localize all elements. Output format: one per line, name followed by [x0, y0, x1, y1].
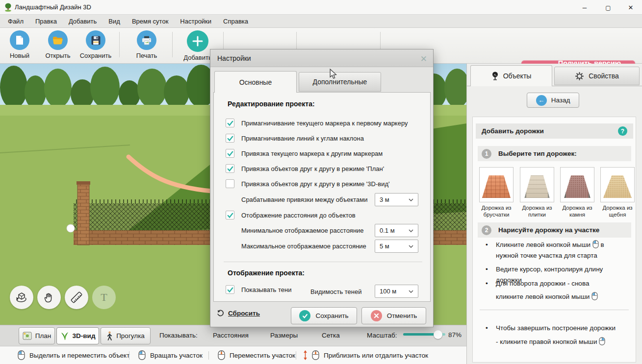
checkbox-unchecked	[226, 179, 234, 188]
menu-view[interactable]: Вид	[103, 15, 126, 28]
mouse-right-icon	[599, 337, 605, 345]
check-row-3[interactable]: Привязка текущего маркера к другим марке…	[226, 149, 383, 158]
back-button[interactable]: ← Назад	[527, 93, 579, 108]
dialog-title-bar[interactable]: Настройки	[210, 49, 433, 67]
close-window-button[interactable]	[619, 0, 642, 15]
title-bar: Ландшафтный Дизайн 3D	[0, 0, 642, 15]
open-button[interactable]: Открыть	[39, 30, 77, 59]
hand-icon	[44, 291, 54, 303]
back-arrow-icon: ←	[536, 95, 547, 106]
plus-icon	[187, 30, 208, 52]
gear-icon	[575, 72, 584, 81]
cancel-settings-button[interactable]: Отменить	[361, 307, 426, 324]
tab-properties[interactable]: Свойства	[554, 67, 640, 85]
open-folder-icon	[48, 30, 68, 50]
chevron-down-icon	[409, 198, 413, 201]
path-start-marker	[67, 224, 75, 232]
pavers-texture	[482, 175, 511, 198]
max-distance-select[interactable]: 5 м	[375, 240, 418, 253]
shadow-visibility-select[interactable]: 100 м	[375, 285, 418, 298]
dialog-tab-main[interactable]: Основные	[214, 71, 297, 93]
print-button[interactable]: Печать	[128, 30, 165, 59]
save-button[interactable]: Сохранить	[77, 30, 114, 59]
dialog-close-icon[interactable]	[420, 54, 427, 64]
mouse-left-icon	[18, 350, 25, 360]
show-grid-label: Сетка	[322, 332, 340, 339]
mouse-wheel-icon	[312, 350, 319, 360]
window-title: Ландшафтный Дизайн 3D	[15, 3, 91, 11]
toolbar-separator	[172, 32, 173, 57]
checkbox-checked	[226, 149, 234, 158]
tiles-texture	[523, 175, 551, 198]
reset-button[interactable]: Сбросить	[217, 310, 260, 317]
menu-settings[interactable]: Настройки	[174, 15, 217, 28]
ruler-icon	[70, 291, 83, 304]
step2-bar: 2 Нарисуйте дорожку на участке	[478, 222, 631, 238]
new-button[interactable]: Новый	[1, 30, 38, 59]
settings-dialog: Настройки Основные Дополнительные Редакт…	[210, 49, 434, 327]
check-row-1[interactable]: Примагничивание текущего маркера к перво…	[226, 119, 408, 127]
check-row-4[interactable]: Привязка объектов друг к другу в режиме …	[226, 164, 384, 173]
menu-daytime[interactable]: Время суток	[126, 15, 174, 28]
dialog-tab-extra[interactable]: Дополнительные	[299, 72, 381, 92]
min-distance-select[interactable]: 0.1 м	[375, 224, 418, 237]
minimize-button[interactable]	[573, 0, 596, 15]
hint-select-move: Выделить и переместить объект	[18, 350, 129, 360]
show-shadows-row[interactable]: Показывать тени	[226, 285, 291, 294]
cancel-icon	[371, 310, 382, 321]
check-row-5[interactable]: Привязка объектов друг к другу в режиме …	[226, 179, 389, 188]
checkbox-checked	[226, 164, 234, 173]
chevron-down-icon	[409, 245, 413, 248]
maximize-button[interactable]	[597, 0, 619, 15]
mouse-left-icon	[591, 292, 598, 300]
show-label: Показывать:	[159, 332, 198, 339]
menu-add[interactable]: Добавить	[63, 15, 103, 28]
text-tool-icon: T	[101, 291, 107, 304]
checkbox-checked	[226, 119, 234, 127]
toolbar-separator	[119, 32, 120, 57]
menu-edit[interactable]: Правка	[29, 15, 63, 28]
check-row-2[interactable]: Примагничивание линий к углам наклона	[226, 134, 364, 143]
path-type-stone[interactable]	[560, 167, 594, 202]
distance-display-row[interactable]: Отображение расстояния до объектов	[226, 211, 356, 219]
show-distances-label: Расстояния	[213, 332, 249, 339]
path-label-gravel: Дорожка изщебня	[597, 204, 638, 218]
snap-distance-label: Срабатывание привязки между объектами	[241, 196, 367, 203]
checkbox-checked	[226, 211, 234, 219]
rotate-3d-icon	[15, 291, 28, 303]
gravel-texture	[603, 175, 632, 198]
instruction-bullet-4: Чтобы завершить построение дорожки - кли…	[486, 321, 618, 349]
paths-wizard-card: Добавить дорожки 1 Выберите тип дорожек:…	[472, 117, 636, 363]
path-type-pavers[interactable]	[479, 167, 514, 202]
step1-badge: 1	[482, 149, 491, 159]
rotate-view-tool[interactable]	[10, 286, 33, 309]
view-tab-walk[interactable]: Прогулка	[101, 327, 151, 344]
menu-file[interactable]: Файл	[2, 15, 29, 28]
tab-objects[interactable]: Объекты	[470, 65, 552, 86]
stone-texture	[563, 175, 591, 198]
snap-distance-select[interactable]: 3 м	[375, 193, 418, 206]
path-label-pavers: Дорожка избрусчатки	[476, 204, 516, 218]
save-settings-button[interactable]: Сохранить	[291, 307, 357, 324]
view-tab-plan[interactable]: План	[19, 327, 55, 344]
tree-icon	[491, 72, 499, 81]
mouse-left-icon	[592, 240, 599, 248]
walk-person-icon	[106, 331, 113, 341]
min-distance-label: Минимальное отображаемое расстояние	[241, 227, 364, 234]
measure-tool[interactable]	[65, 286, 88, 309]
dialog-content-panel: Редактирование проекта: Примагничивание …	[213, 92, 431, 302]
hint-zoom-plot: Приблизить или отдалить участок	[303, 350, 428, 360]
confirm-icon	[299, 310, 310, 321]
pan-tool[interactable]	[37, 286, 61, 309]
zoom-slider-thumb[interactable]	[434, 330, 442, 339]
view-tab-3d[interactable]: 3D-вид	[56, 327, 99, 344]
show-sizes-label: Размеры	[270, 332, 298, 339]
help-icon[interactable]	[618, 126, 627, 136]
mouse-cursor	[330, 69, 337, 79]
edit-section-title: Редактирование проекта:	[228, 100, 315, 108]
text-tool[interactable]: T	[92, 286, 116, 309]
path-type-gravel[interactable]	[600, 167, 635, 202]
path-type-tiles[interactable]	[520, 167, 554, 202]
checkbox-checked	[226, 285, 234, 294]
menu-help[interactable]: Справка	[217, 15, 254, 28]
